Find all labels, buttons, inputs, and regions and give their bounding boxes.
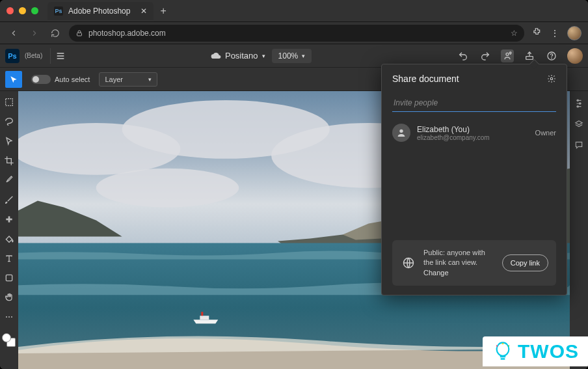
close-window-button[interactable]: [7, 7, 14, 14]
svg-point-2: [509, 52, 511, 54]
share-settings-button[interactable]: [547, 74, 556, 83]
svg-rect-9: [6, 275, 12, 280]
address-bar-text: photoshop.adobe.com: [88, 29, 166, 38]
svg-rect-17: [200, 316, 209, 320]
globe-icon: [400, 254, 417, 271]
link-access-text: Public: anyone with the link can view. C…: [423, 248, 496, 278]
layer-target-dropdown[interactable]: Layer ▾: [99, 72, 157, 87]
browser-menu-icon[interactable]: ⋮: [549, 29, 561, 38]
tool-shape[interactable]: [2, 271, 16, 285]
minimize-window-button[interactable]: [19, 7, 26, 14]
browser-tab[interactable]: Ps Adobe Photoshop ✕: [47, 2, 154, 20]
nav-back-button[interactable]: [7, 26, 21, 40]
browser-titlebar: Ps Adobe Photoshop ✕ +: [0, 0, 588, 22]
svg-point-21: [577, 106, 578, 107]
svg-rect-8: [8, 217, 9, 222]
auto-select-label: Auto select: [55, 75, 90, 83]
invite-people-input[interactable]: [392, 94, 556, 112]
watermark-text: TWOS: [518, 340, 579, 362]
help-button[interactable]: [545, 49, 558, 62]
tool-lasso[interactable]: [2, 115, 16, 129]
svg-point-1: [506, 53, 509, 55]
zoom-dropdown[interactable]: 100% ▾: [272, 49, 312, 63]
active-tool-indicator[interactable]: [5, 71, 22, 88]
collaborator-row: Elizabeth (You) elizabeth@company.com Ow…: [392, 124, 556, 142]
person-role: Owner: [535, 129, 556, 137]
maximize-window-button[interactable]: [31, 7, 38, 14]
photoshop-favicon: Ps: [54, 7, 63, 16]
browser-url-row: photoshop.adobe.com ☆ ⋮: [0, 22, 588, 44]
share-document-panel: Share document Elizabeth (You) elizabeth…: [381, 64, 567, 295]
svg-point-20: [580, 103, 581, 104]
tool-text[interactable]: [2, 251, 16, 266]
new-tab-button[interactable]: +: [160, 5, 166, 17]
nav-reload-button[interactable]: [48, 26, 62, 40]
left-toolbar: ⋯: [0, 91, 18, 369]
tool-hand[interactable]: [2, 290, 16, 305]
browser-profile-avatar[interactable]: [567, 26, 581, 40]
app-menu-button[interactable]: [50, 48, 66, 64]
tool-brush[interactable]: [2, 193, 16, 207]
share-button[interactable]: [501, 49, 514, 62]
cloud-icon: [211, 51, 221, 61]
svg-rect-0: [77, 33, 82, 36]
beta-label: (Beta): [25, 52, 42, 59]
zoom-value: 100%: [278, 51, 299, 61]
person-avatar-icon: [392, 124, 410, 142]
undo-button[interactable]: [457, 49, 470, 62]
svg-point-23: [399, 130, 403, 133]
auto-select-toggle[interactable]: [31, 75, 51, 84]
bookmark-star-icon[interactable]: ☆: [511, 29, 518, 38]
svg-point-22: [550, 77, 553, 80]
photoshop-logo-icon[interactable]: Ps: [5, 49, 20, 63]
chevron-down-icon: ▾: [148, 76, 152, 83]
share-panel-title: Share document: [392, 74, 459, 84]
tool-marquee[interactable]: [2, 95, 16, 109]
svg-rect-6: [6, 99, 13, 106]
tool-fill[interactable]: [2, 232, 16, 246]
lock-icon: [75, 29, 83, 37]
user-avatar[interactable]: [567, 48, 583, 64]
watermark: TWOS: [483, 336, 588, 366]
copy-link-button[interactable]: Copy link: [502, 254, 548, 271]
svg-point-15: [96, 169, 239, 208]
layers-panel-icon[interactable]: [573, 118, 585, 130]
svg-point-5: [552, 58, 552, 59]
svg-rect-3: [526, 56, 533, 59]
foreground-color-swatch[interactable]: [2, 333, 11, 342]
tool-quick-select[interactable]: [2, 134, 16, 148]
redo-button[interactable]: [479, 49, 492, 62]
svg-rect-27: [501, 358, 505, 360]
chevron-down-icon: ▾: [262, 53, 265, 59]
document-name-dropdown[interactable]: Positano ▾: [211, 51, 265, 61]
svg-rect-18: [201, 312, 203, 316]
tool-more[interactable]: ⋯: [2, 310, 16, 324]
tool-eyedropper[interactable]: [2, 173, 16, 187]
svg-point-25: [497, 342, 509, 355]
browser-tab-title: Adobe Photoshop: [68, 7, 130, 16]
color-swatches[interactable]: [2, 333, 16, 348]
svg-rect-26: [500, 355, 506, 357]
extensions-icon[interactable]: [531, 27, 542, 38]
svg-point-19: [577, 100, 578, 101]
nav-forward-button[interactable]: [27, 26, 42, 40]
lightbulb-icon: [492, 340, 514, 362]
window-controls: [7, 7, 38, 14]
link-access-box: Public: anyone with the link can view. C…: [392, 240, 556, 286]
document-name-text: Positano: [225, 51, 258, 61]
properties-panel-icon[interactable]: [573, 98, 585, 109]
comments-panel-icon[interactable]: [573, 139, 585, 151]
tab-close-icon[interactable]: ✕: [140, 7, 147, 16]
change-link-access[interactable]: Change: [423, 269, 449, 277]
person-name: Elizabeth (You): [417, 125, 529, 134]
address-bar[interactable]: photoshop.adobe.com ☆: [69, 25, 524, 42]
person-email: elizabeth@company.com: [417, 134, 529, 141]
chevron-down-icon: ▾: [302, 53, 305, 59]
layer-dropdown-value: Layer: [105, 75, 123, 83]
tool-spot-heal[interactable]: [2, 212, 16, 226]
right-panel-rail: [570, 91, 588, 369]
tool-crop[interactable]: [2, 154, 16, 168]
